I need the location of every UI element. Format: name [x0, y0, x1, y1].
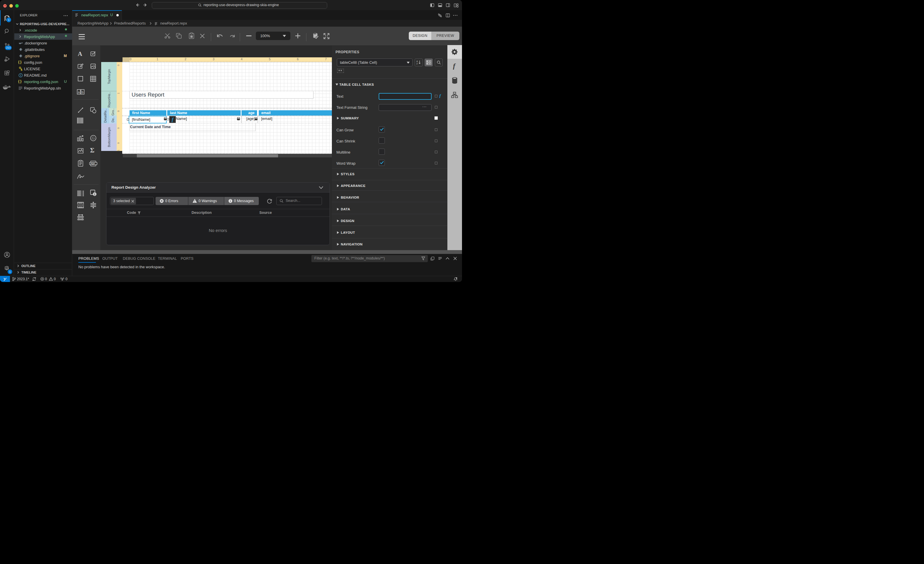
svg-text:PDF: PDF: [91, 162, 95, 165]
svg-text:Z: Z: [416, 62, 418, 65]
svg-text:b: b: [82, 90, 83, 94]
svg-text:a: a: [78, 90, 80, 94]
